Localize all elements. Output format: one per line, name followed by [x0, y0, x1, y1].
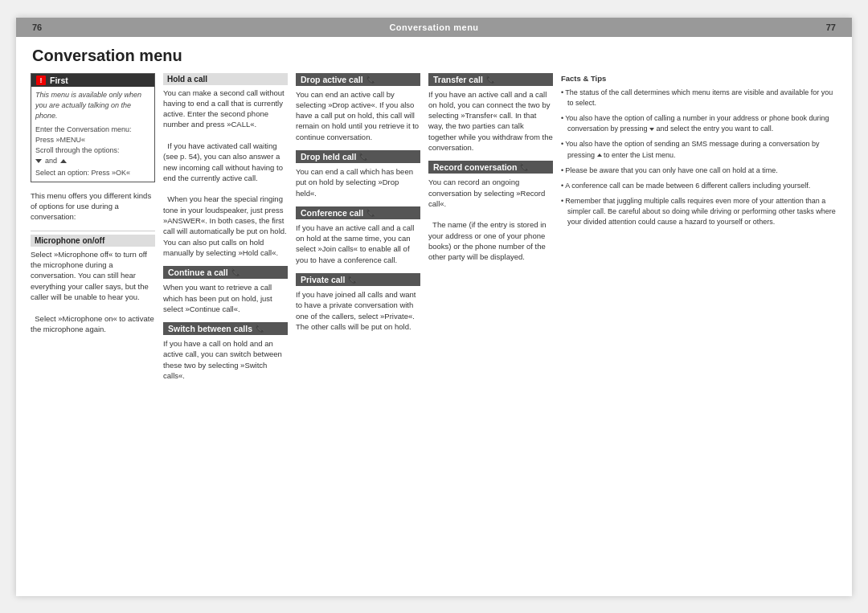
switch-between-calls-body: If you have a call on hold and an active…: [163, 338, 288, 381]
page-title-header: Conversation menu: [389, 22, 478, 32]
continue-a-call-body: When you want to retrieve a call which h…: [163, 282, 288, 314]
triangle-up-small-icon: [597, 153, 602, 157]
select-label: Select an option: Press »OK«: [35, 168, 150, 178]
drop-active-call-body: You can end an active call by selecting …: [296, 89, 420, 142]
microphone-section: Microphone on/off Select »Microphone off…: [31, 235, 155, 334]
phone-icon-continue: 📞: [231, 268, 240, 276]
drop-held-call-section: Drop held call 📞 You can end a call whic…: [296, 150, 420, 198]
main-title: Conversation menu: [16, 37, 852, 73]
first-header-label: First: [50, 76, 68, 85]
column-2: Hold a call You can make a second call w…: [163, 73, 288, 579]
intro-text-box: This menu offers you different kinds of …: [31, 190, 155, 223]
continue-a-call-header: Continue a call 📞: [163, 266, 288, 279]
transfer-call-body: If you have an active call and a call on…: [428, 89, 553, 153]
fact-item-6: Remember that juggling multiple calls re…: [561, 196, 837, 227]
exclamation-icon: !: [36, 76, 46, 85]
divider: [31, 231, 155, 231]
triangle-down-small-icon: [649, 128, 654, 131]
page-number-right: 77: [826, 22, 836, 32]
private-call-label: Private call: [301, 275, 345, 284]
switch-between-calls-section: Switch between calls 📞 If you have a cal…: [163, 322, 288, 381]
facts-tips-box: Facts & Tips The status of the call dete…: [561, 73, 837, 227]
intro-body: This menu offers you different kinds of …: [31, 190, 155, 223]
fact-item-1: The status of the call determines which …: [561, 88, 837, 108]
phone-icon-conference: 📞: [366, 209, 375, 217]
nav-arrows: and: [35, 156, 150, 166]
microphone-header: Microphone on/off: [31, 235, 155, 247]
fact-item-3: You also have the option of sending an S…: [561, 139, 837, 160]
scroll-label: Scroll through the options:: [35, 145, 150, 156]
press-menu: Press »MENU«: [35, 135, 150, 145]
page: 76 Conversation menu 77 Conversation men…: [16, 18, 852, 596]
drop-held-call-body: You can end a call which has been put on…: [296, 166, 420, 198]
hold-a-call-section: Hold a call You can make a second call w…: [163, 73, 288, 259]
page-number-left: 76: [32, 22, 42, 32]
record-conversation-label: Record conversation: [433, 162, 517, 172]
record-conversation-section: Record conversation 📞 You can record an …: [428, 161, 553, 262]
column-1: ! First This menu is available only when…: [31, 73, 155, 579]
conference-call-header: Conference call 📞: [296, 206, 420, 219]
nav-and: and: [45, 156, 57, 166]
phone-icon-drop-active: 📞: [366, 76, 375, 84]
first-header: ! First: [31, 74, 154, 87]
triangle-up-icon: [60, 159, 67, 163]
private-call-section: Private call 📞 If you have joined all ca…: [296, 273, 420, 332]
column-3: Drop active call 📞 You can end an active…: [296, 73, 420, 579]
header-bar: 76 Conversation menu 77: [16, 18, 852, 37]
continue-a-call-label: Continue a call: [168, 268, 228, 277]
phone-icon-private: 📞: [348, 276, 357, 284]
drop-active-call-section: Drop active call 📞 You can end an active…: [296, 73, 420, 142]
phone-icon-transfer: 📞: [486, 76, 495, 84]
drop-held-call-label: Drop held call: [301, 152, 356, 161]
phone-icon-record: 📞: [520, 163, 529, 171]
content-area: ! First This menu is available only when…: [16, 73, 852, 579]
facts-title: Facts & Tips: [561, 73, 837, 84]
transfer-call-header: Transfer call 📞: [428, 73, 553, 86]
hold-a-call-body: You can make a second call without havin…: [163, 88, 288, 259]
microphone-body: Select »Microphone off« to turn off the …: [31, 249, 155, 334]
drop-active-call-label: Drop active call: [301, 75, 363, 84]
conference-call-body: If you have an active call and a call on…: [296, 223, 420, 265]
column-4: Transfer call 📞 If you have an active ca…: [428, 73, 553, 579]
fact-item-2: You also have the option of calling a nu…: [561, 113, 837, 134]
column-5-facts: Facts & Tips The status of the call dete…: [561, 73, 837, 579]
drop-held-call-header: Drop held call 📞: [296, 150, 420, 163]
hold-a-call-header: Hold a call: [163, 73, 288, 85]
first-section-box: ! First This menu is available only when…: [31, 73, 155, 182]
phone-icon-switch: 📞: [256, 325, 264, 333]
phone-icon-drop-held: 📞: [359, 153, 368, 161]
transfer-call-label: Transfer call: [433, 75, 483, 84]
record-conversation-header: Record conversation 📞: [428, 161, 553, 174]
fact-item-4: Please be aware that you can only have o…: [561, 166, 837, 176]
drop-active-call-header: Drop active call 📞: [296, 73, 420, 86]
switch-between-calls-label: Switch between calls: [168, 324, 252, 333]
private-call-header: Private call 📞: [296, 273, 420, 286]
fact-item-5: A conference call can be made between 6 …: [561, 181, 837, 191]
conference-call-section: Conference call 📞 If you have an active …: [296, 206, 420, 265]
continue-a-call-section: Continue a call 📞 When you want to retri…: [163, 266, 288, 314]
private-call-body: If you have joined all calls and want to…: [296, 289, 420, 332]
triangle-down-icon: [35, 159, 42, 163]
enter-label: Enter the Conversation menu:: [35, 125, 150, 135]
conference-call-label: Conference call: [301, 208, 363, 218]
record-conversation-body: You can record an ongoing conversation b…: [428, 177, 553, 262]
switch-between-calls-header: Switch between calls 📞: [163, 322, 288, 335]
transfer-call-section: Transfer call 📞 If you have an active ca…: [428, 73, 553, 153]
first-italic-text: This menu is available only when you are…: [35, 90, 150, 121]
first-box-body: This menu is available only when you are…: [31, 87, 154, 182]
